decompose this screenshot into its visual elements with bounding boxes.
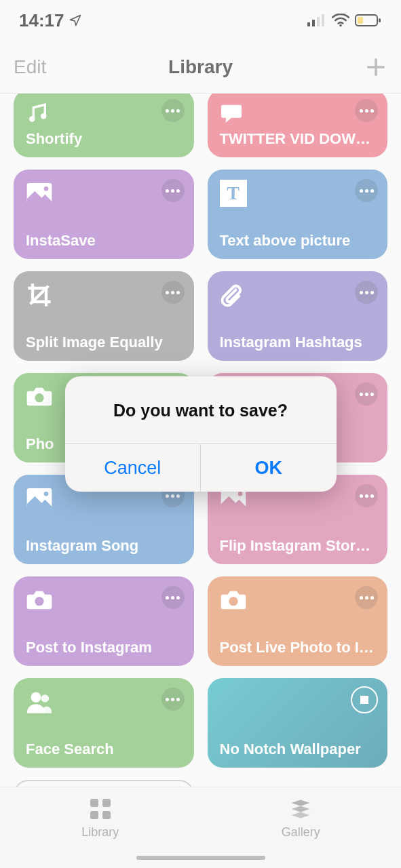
alert-backdrop[interactable]: Do you want to save? Cancel OK [0, 0, 401, 868]
alert-message: Do you want to save? [65, 376, 337, 443]
ok-button[interactable]: OK [200, 444, 337, 492]
alert-buttons: Cancel OK [65, 443, 337, 492]
cancel-button[interactable]: Cancel [65, 444, 201, 492]
alert-dialog: Do you want to save? Cancel OK [65, 376, 337, 492]
screen: 14:17 Edit Library Shortify [0, 0, 401, 868]
